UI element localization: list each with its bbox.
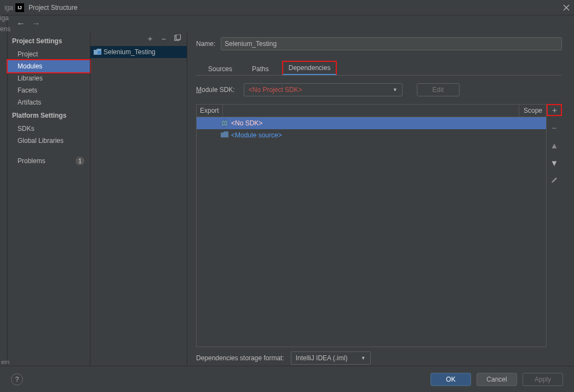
forward-button[interactable]: → bbox=[32, 19, 41, 28]
detail-tabs: Sources Paths Dependencies bbox=[196, 61, 562, 76]
sidebar-item-project[interactable]: Project bbox=[8, 48, 90, 60]
sidebar-item-problems[interactable]: Problems 1 bbox=[8, 154, 90, 168]
storage-format-label: Dependencies storage format: bbox=[196, 354, 284, 362]
svg-rect-3 bbox=[176, 34, 181, 39]
left-clipped-text: iga bbox=[4, 4, 13, 11]
modules-panel: ＋ − Selenium_Testing bbox=[90, 32, 187, 366]
add-module-icon[interactable]: ＋ bbox=[146, 34, 154, 44]
deps-table-body: <No SDK> <Module source> bbox=[196, 117, 547, 347]
back-button[interactable]: ← bbox=[16, 19, 25, 28]
footer: em ? OK Cancel Apply bbox=[0, 366, 574, 392]
remove-dependency-button[interactable]: − bbox=[548, 122, 561, 134]
module-row-selenium[interactable]: Selenium_Testing bbox=[90, 46, 187, 58]
add-dependency-button[interactable]: ＋ bbox=[547, 104, 562, 116]
move-down-button[interactable]: ▼ bbox=[548, 157, 561, 169]
dep-row-no-sdk[interactable]: <No SDK> bbox=[197, 117, 546, 129]
sidebar: Project Settings Project Modules Librari… bbox=[8, 32, 90, 366]
titlebar: iga IJ Project Structure bbox=[0, 0, 574, 15]
sidebar-item-global-libraries[interactable]: Global Libraries bbox=[8, 135, 90, 147]
tab-dependencies[interactable]: Dependencies bbox=[282, 61, 337, 75]
left-clipped-bottom: em bbox=[1, 359, 9, 365]
tab-sources[interactable]: Sources bbox=[203, 63, 238, 75]
cancel-button[interactable]: Cancel bbox=[477, 373, 517, 386]
name-label: Name: bbox=[196, 40, 215, 48]
section-project-settings: Project Settings bbox=[8, 34, 90, 48]
close-icon[interactable] bbox=[563, 4, 570, 11]
sidebar-item-artifacts[interactable]: Artifacts bbox=[8, 96, 90, 108]
dep-row-module-source[interactable]: <Module source> bbox=[197, 129, 546, 141]
module-sdk-value: <No Project SDK> bbox=[249, 86, 302, 94]
storage-format-value: IntelliJ IDEA (.iml) bbox=[296, 354, 348, 362]
chevron-down-icon: ▼ bbox=[361, 355, 366, 361]
sidebar-item-libraries[interactable]: Libraries bbox=[8, 72, 90, 84]
dep-no-sdk-text: <No SDK> bbox=[231, 119, 262, 127]
storage-format-combo[interactable]: IntelliJ IDEA (.iml) ▼ bbox=[291, 351, 371, 365]
help-button[interactable]: ? bbox=[11, 373, 23, 385]
globe-icon bbox=[221, 119, 228, 127]
modules-toolbar: ＋ − bbox=[90, 32, 187, 46]
move-up-button[interactable]: ▲ bbox=[548, 139, 561, 151]
window-title: Project Structure bbox=[28, 4, 77, 11]
tab-paths[interactable]: Paths bbox=[246, 63, 274, 75]
module-folder-icon bbox=[94, 49, 101, 55]
edit-dependency-icon[interactable] bbox=[548, 174, 561, 186]
navbar: ← → bbox=[8, 15, 574, 32]
sidebar-item-modules[interactable]: Modules bbox=[8, 60, 90, 72]
problems-label: Problems bbox=[18, 157, 45, 165]
edit-sdk-button[interactable]: Edit bbox=[417, 83, 460, 96]
left-clipped-column: iga ens bbox=[0, 15, 8, 366]
chevron-down-icon: ▼ bbox=[393, 87, 398, 93]
copy-module-icon[interactable] bbox=[174, 34, 181, 44]
detail-panel: Name: Sources Paths Dependencies Module … bbox=[187, 32, 574, 366]
deps-table-header: Export Scope bbox=[196, 104, 547, 117]
folder-source-icon bbox=[221, 131, 228, 139]
section-platform-settings: Platform Settings bbox=[8, 108, 90, 123]
module-sdk-combo[interactable]: <No Project SDK> ▼ bbox=[244, 83, 403, 96]
ok-button[interactable]: OK bbox=[431, 373, 471, 386]
problems-count-badge: 1 bbox=[76, 157, 84, 165]
apply-button[interactable]: Apply bbox=[523, 373, 563, 386]
svg-rect-4 bbox=[97, 51, 101, 54]
sidebar-item-sdks[interactable]: SDKs bbox=[8, 123, 90, 135]
module-name-input[interactable] bbox=[221, 37, 562, 50]
sidebar-item-facets[interactable]: Facets bbox=[8, 84, 90, 96]
deps-side-toolbar: ＋ − ▲ ▼ bbox=[547, 104, 562, 347]
col-export: Export bbox=[197, 105, 223, 117]
module-sdk-label: Module SDK: bbox=[196, 86, 235, 94]
col-scope: Scope bbox=[519, 105, 546, 117]
module-name: Selenium_Testing bbox=[104, 48, 156, 56]
dep-module-source-text: <Module source> bbox=[231, 131, 282, 139]
app-icon: IJ bbox=[15, 3, 24, 12]
remove-module-icon[interactable]: − bbox=[162, 34, 166, 43]
